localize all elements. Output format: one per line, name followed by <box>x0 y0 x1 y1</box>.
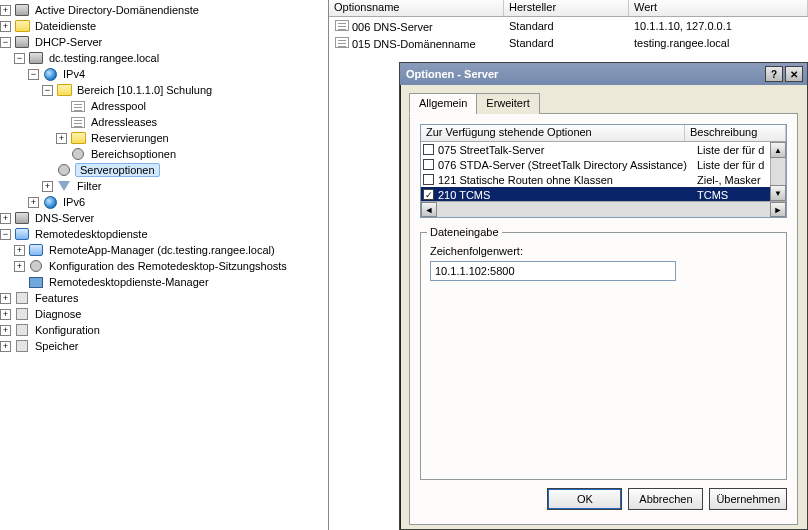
expander-icon[interactable]: + <box>42 181 53 192</box>
tree-item[interactable]: Diagnose <box>33 308 83 320</box>
tab-general[interactable]: Allgemein <box>409 93 477 114</box>
vertical-scrollbar[interactable]: ▲ ▼ <box>770 142 786 201</box>
expander-icon[interactable]: + <box>0 293 11 304</box>
tree-item[interactable]: Konfiguration <box>33 324 102 336</box>
expander-icon[interactable]: + <box>14 245 25 256</box>
option-row[interactable]: 075 StreetTalk-ServerListe der für d <box>421 142 786 157</box>
tree-item[interactable]: DNS-Server <box>33 212 96 224</box>
expander-icon[interactable]: − <box>42 85 53 96</box>
nav-tree: +Active Directory-Domänendienste +Dateid… <box>0 0 328 530</box>
checkbox[interactable] <box>423 159 434 170</box>
option-row[interactable]: 076 STDA-Server (StreetTalk Directory As… <box>421 157 786 172</box>
scroll-left-icon[interactable]: ◄ <box>421 202 437 217</box>
tree-item[interactable]: Reservierungen <box>89 132 171 144</box>
expander-icon[interactable]: − <box>0 37 11 48</box>
tree-item[interactable]: Remotedesktopdienste-Manager <box>47 276 211 288</box>
service-icon <box>15 4 29 16</box>
col-value[interactable]: Wert <box>629 0 808 16</box>
expander-icon[interactable]: + <box>0 325 11 336</box>
checkbox[interactable] <box>423 144 434 155</box>
tree-item[interactable]: Active Directory-Domänendienste <box>33 4 201 16</box>
expander-icon[interactable]: + <box>0 213 11 224</box>
tree-item[interactable]: Bereichsoptionen <box>89 148 178 160</box>
tree-item[interactable]: Remotedesktopdienste <box>33 228 150 240</box>
col-description[interactable]: Beschreibung <box>685 125 786 141</box>
folder-icon <box>15 20 30 32</box>
cancel-button[interactable]: Abbrechen <box>628 488 703 510</box>
diagnose-icon <box>16 308 28 320</box>
expander-icon[interactable]: + <box>0 5 11 16</box>
option-row-selected[interactable]: 210 TCMSTCMS <box>421 187 786 201</box>
tree-item[interactable]: Features <box>33 292 80 304</box>
tree-item[interactable]: Speicher <box>33 340 80 352</box>
filter-icon <box>58 181 70 191</box>
tree-item[interactable]: IPv6 <box>61 196 87 208</box>
col-available-options[interactable]: Zur Verfügung stehende Optionen <box>421 125 685 141</box>
options-icon <box>72 148 84 160</box>
list-header: Optionsname Hersteller Wert <box>329 0 808 17</box>
checkbox[interactable] <box>423 174 434 185</box>
scope-icon <box>57 84 72 96</box>
server-options-dialog: Optionen - Server ? ✕ Allgemein Erweiter… <box>399 62 808 530</box>
expander-icon[interactable]: − <box>0 229 11 240</box>
help-button[interactable]: ? <box>765 66 783 82</box>
option-icon <box>335 37 349 48</box>
reserv-icon <box>71 132 86 144</box>
close-button[interactable]: ✕ <box>785 66 803 82</box>
string-value-input[interactable] <box>430 261 676 281</box>
tree-item[interactable]: dc.testing.rangee.local <box>47 52 161 64</box>
option-icon <box>335 20 349 31</box>
dialog-titlebar[interactable]: Optionen - Server ? ✕ <box>400 63 807 85</box>
dialog-title: Optionen - Server <box>406 68 498 80</box>
ipv6-icon <box>44 196 57 209</box>
remotedesktop-icon <box>15 228 29 240</box>
tree-item[interactable]: IPv4 <box>61 68 87 80</box>
scroll-right-icon[interactable]: ► <box>770 202 786 217</box>
dns-icon <box>15 212 29 224</box>
ok-button[interactable]: OK <box>547 488 622 510</box>
tree-item[interactable]: Bereich [10.1.1.0] Schulung <box>75 84 214 96</box>
col-optionname[interactable]: Optionsname <box>329 0 504 16</box>
option-row[interactable]: 121 Statische Routen ohne KlassenZiel-, … <box>421 172 786 187</box>
session-conf-icon <box>30 260 42 272</box>
expander-icon[interactable]: + <box>0 341 11 352</box>
ipv4-icon <box>44 68 57 81</box>
dhcp-icon <box>15 36 29 48</box>
string-value-label: Zeichenfolgenwert: <box>430 245 777 257</box>
tree-item[interactable]: Adresspool <box>89 100 148 112</box>
remoteapp-icon <box>29 244 43 256</box>
tree-item[interactable]: Dateidienste <box>33 20 98 32</box>
features-icon <box>16 292 28 304</box>
expander-icon[interactable]: − <box>14 53 25 64</box>
data-entry-group: Dateneingabe Zeichenfolgenwert: <box>420 232 787 480</box>
rdp-manager-icon <box>29 277 43 288</box>
available-options-list: Zur Verfügung stehende Optionen Beschrei… <box>420 124 787 218</box>
expander-icon[interactable]: + <box>14 261 25 272</box>
expander-icon[interactable]: − <box>28 69 39 80</box>
tree-item[interactable]: Adressleases <box>89 116 159 128</box>
expander-icon[interactable]: + <box>0 21 11 32</box>
horizontal-scrollbar[interactable]: ◄ ► <box>421 201 786 217</box>
scroll-down-icon[interactable]: ▼ <box>770 185 786 201</box>
config-icon <box>16 324 28 336</box>
tree-item[interactable]: Filter <box>75 180 103 192</box>
expander-icon[interactable]: + <box>0 309 11 320</box>
expander-icon[interactable]: + <box>56 133 67 144</box>
server-options-icon <box>58 164 70 176</box>
tree-item-serveroptions[interactable]: Serveroptionen <box>75 163 160 177</box>
server-icon <box>29 52 43 64</box>
tree-item[interactable]: RemoteApp-Manager (dc.testing.rangee.loc… <box>47 244 277 256</box>
list-row[interactable]: 015 DNS-Domänenname Standard testing.ran… <box>329 34 808 51</box>
scroll-up-icon[interactable]: ▲ <box>770 142 786 158</box>
tab-extended[interactable]: Erweitert <box>476 93 539 114</box>
list-row[interactable]: 006 DNS-Server Standard 10.1.1.10, 127.0… <box>329 17 808 34</box>
expander-icon[interactable]: + <box>28 197 39 208</box>
leases-icon <box>71 117 85 128</box>
groupbox-title: Dateneingabe <box>427 226 502 238</box>
col-vendor[interactable]: Hersteller <box>504 0 629 16</box>
apply-button[interactable]: Übernehmen <box>709 488 787 510</box>
pool-icon <box>71 101 85 112</box>
tree-item[interactable]: DHCP-Server <box>33 36 104 48</box>
checkbox-checked[interactable] <box>423 189 434 200</box>
tree-item[interactable]: Konfiguration des Remotedesktop-Sitzungs… <box>47 260 289 272</box>
